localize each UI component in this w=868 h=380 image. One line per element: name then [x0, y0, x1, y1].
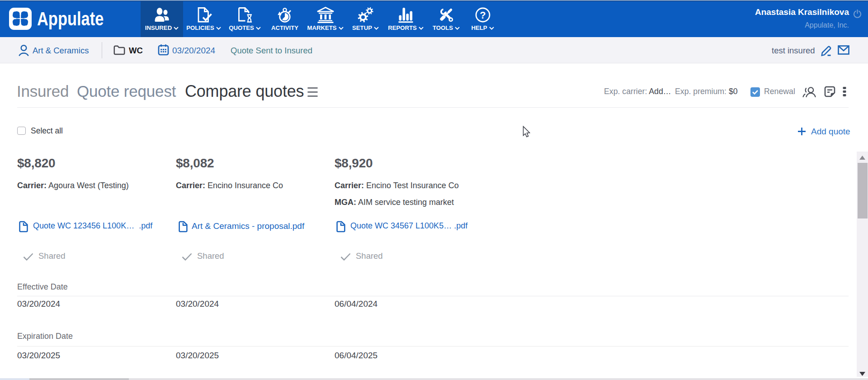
svg-text:?: ? — [480, 10, 486, 21]
